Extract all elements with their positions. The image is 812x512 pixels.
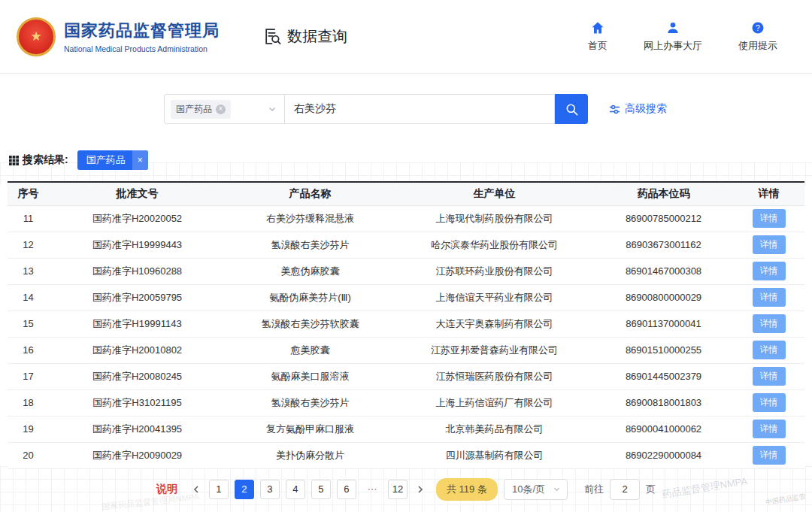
cell-detail: 详情	[733, 284, 804, 311]
detail-button[interactable]: 详情	[753, 367, 786, 386]
results-row: 搜索结果: 国产药品 ×	[9, 150, 812, 171]
col-header-no: 序号	[8, 182, 49, 205]
cell-product-name: 氢溴酸右美沙芬片	[226, 232, 395, 258]
cell-manufacturer: 江苏恒瑞医药股份有限公司	[395, 363, 594, 389]
cell-manufacturer: 大连天宇奥森制药有限公司	[395, 311, 594, 337]
cell-detail: 详情	[733, 363, 804, 389]
cell-detail: 详情	[733, 258, 804, 284]
table-row: 20 国药准字H20090029 美扑伪麻分散片 四川源基制药有限公司 8690…	[8, 442, 804, 468]
detail-button[interactable]: 详情	[753, 209, 786, 228]
nmpa-logo-icon: ★	[17, 17, 56, 56]
cell-product-name: 复方氨酚甲麻口服液	[226, 416, 395, 442]
col-header-drug-code: 药品本位码	[594, 182, 733, 205]
page-button[interactable]: 2	[235, 480, 254, 499]
category-tag-label: 国产药品	[176, 103, 212, 116]
cell-no: 17	[8, 363, 49, 389]
cell-drug-code: 86901445002379	[594, 363, 733, 389]
top-nav: 首页 网上办事大厅 ? 使用提示	[588, 20, 795, 53]
table-row: 16 国药准字H20010802 愈美胶囊 江苏亚邦爱普森药业有限公司 8690…	[8, 337, 804, 363]
cell-no: 16	[8, 337, 49, 363]
category-select[interactable]: 国产药品 ×	[164, 94, 284, 124]
cell-manufacturer: 上海信谊天平药业有限公司	[395, 284, 594, 311]
remove-filter-icon[interactable]: ×	[132, 150, 148, 170]
cell-detail: 详情	[733, 416, 804, 442]
filter-sliders-icon	[609, 104, 620, 115]
detail-button[interactable]: 详情	[753, 314, 786, 333]
cell-approval-number: 国药准字H19999443	[49, 232, 226, 258]
page-button[interactable]: 5	[311, 480, 331, 499]
cell-approval-number: 国药准字H20090029	[49, 442, 226, 468]
detail-button[interactable]: 详情	[753, 420, 786, 438]
page-button[interactable]: 1	[209, 480, 229, 499]
cell-detail: 详情	[733, 311, 804, 337]
detail-button[interactable]: 详情	[753, 262, 786, 280]
cell-manufacturer: 江苏联环药业股份有限公司	[395, 258, 594, 284]
goto-suffix: 页	[646, 483, 656, 496]
results-table: 序号 批准文号 产品名称 生产单位 药品本位码 详情 11 国药准字H20020…	[8, 181, 804, 469]
detail-button[interactable]: 详情	[753, 393, 786, 412]
note-link[interactable]: 说明	[156, 483, 177, 496]
advanced-search-link[interactable]: 高级搜索	[609, 102, 667, 116]
cell-product-name: 愈美胶囊	[226, 337, 395, 363]
cell-detail: 详情	[733, 337, 804, 363]
cell-product-name: 美愈伪麻胶囊	[226, 258, 395, 284]
home-icon	[590, 20, 605, 35]
cell-drug-code: 86900041000062	[594, 416, 733, 442]
detail-button[interactable]: 详情	[753, 235, 786, 254]
filter-tag-label: 国产药品	[86, 153, 126, 167]
cell-drug-code: 86901137000041	[594, 311, 733, 337]
cell-approval-number: 国药准字H31021195	[49, 389, 226, 416]
cell-drug-code: 86900785000212	[594, 205, 733, 232]
cell-drug-code: 86900800000029	[594, 284, 733, 311]
cell-drug-code: 86900818001803	[594, 389, 733, 416]
prev-page-button[interactable]	[189, 480, 203, 499]
detail-button[interactable]: 详情	[753, 288, 786, 307]
cell-drug-code: 86902290000084	[594, 442, 733, 468]
nav-item-label: 使用提示	[738, 39, 777, 53]
filter-tag: 国产药品 ×	[77, 150, 148, 170]
tag-remove-icon[interactable]: ×	[216, 105, 226, 114]
header: ★ 国家药品监督管理局 National Medical Products Ad…	[0, 0, 812, 73]
cell-manufacturer: 上海现代制药股份有限公司	[395, 205, 594, 232]
page-button[interactable]: 3	[260, 480, 280, 499]
goto-page-input[interactable]: 2	[610, 479, 640, 500]
cell-manufacturer: 四川源基制药有限公司	[395, 442, 594, 468]
goto-prefix: 前往	[584, 483, 604, 496]
page-button[interactable]: 4	[286, 480, 305, 499]
results-label: 搜索结果:	[9, 153, 68, 167]
cell-no: 15	[8, 311, 49, 337]
total-count-badge: 共 119 条	[436, 478, 498, 501]
app-title-label: 数据查询	[287, 26, 347, 47]
cell-detail: 详情	[733, 389, 804, 416]
nav-item-service-hall[interactable]: 网上办事大厅	[644, 20, 702, 53]
search-button[interactable]	[555, 94, 588, 124]
page-button[interactable]: 6	[337, 480, 356, 499]
cell-no: 20	[8, 442, 49, 468]
cell-no: 13	[8, 258, 49, 284]
detail-button[interactable]: 详情	[753, 341, 786, 359]
advanced-search-label: 高级搜索	[625, 102, 667, 116]
cell-product-name: 右美沙芬缓释混悬液	[226, 205, 395, 232]
cell-approval-number: 国药准字H20041395	[49, 416, 226, 442]
nav-item-label: 网上办事大厅	[644, 39, 702, 53]
chevron-right-icon	[416, 485, 425, 494]
data-query-icon	[263, 27, 282, 46]
cell-no: 11	[8, 205, 49, 232]
page-size-select[interactable]: 10条/页	[504, 479, 568, 500]
cell-approval-number: 国药准字H20020052	[49, 205, 226, 232]
brand: 国家药品监督管理局 National Medical Products Admi…	[64, 20, 220, 53]
nav-item-home[interactable]: 首页	[588, 20, 607, 53]
nav-item-usage-tips[interactable]: ? 使用提示	[738, 20, 777, 53]
cell-approval-number: 国药准字H10960288	[49, 258, 226, 284]
search-input[interactable]	[284, 94, 555, 124]
cell-product-name: 氢溴酸右美沙芬片	[226, 389, 395, 416]
cell-no: 19	[8, 416, 49, 442]
svg-text:?: ?	[756, 24, 760, 32]
chevron-down-icon	[268, 105, 277, 114]
page-button[interactable]: 12	[388, 480, 408, 499]
page-size-label: 10条/页	[512, 483, 545, 496]
chevron-down-icon	[553, 485, 561, 493]
detail-button[interactable]: 详情	[753, 446, 786, 465]
next-page-button[interactable]	[414, 480, 427, 499]
grid-icon	[9, 156, 19, 165]
